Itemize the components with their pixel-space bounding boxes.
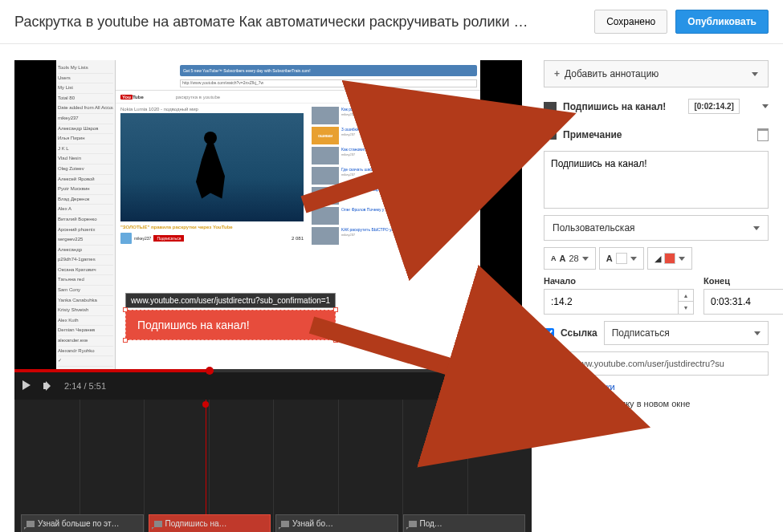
bg-color-select[interactable]: ◢	[647, 247, 692, 270]
chevron-down-icon[interactable]	[762, 104, 769, 108]
start-time-input[interactable]	[544, 289, 679, 315]
trash-icon[interactable]	[757, 128, 769, 141]
volume-icon[interactable]	[43, 380, 55, 392]
progress-bar[interactable]	[14, 369, 532, 372]
paint-bucket-icon: ◢	[655, 254, 661, 264]
note-label: Примечание	[563, 129, 622, 140]
settings-icon[interactable]	[512, 380, 524, 392]
timeline-playhead[interactable]	[206, 400, 206, 532]
annotation-url-tooltip: www.youtube.com/user/justdirectru?sub_co…	[125, 293, 336, 308]
style-select[interactable]: Пользовательская	[544, 215, 769, 241]
chevron-down-icon	[752, 72, 758, 76]
link-label: Ссылка	[561, 327, 597, 339]
annotation-timeline[interactable]: Узнай больше по эт…Подпишись на…Узнай бо…	[14, 400, 532, 532]
font-color-select[interactable]: A	[599, 247, 644, 270]
timeline-clip[interactable]: Узнай больше по эт…	[21, 514, 144, 532]
spinner-up-icon[interactable]: ▲	[679, 290, 693, 302]
end-time-input[interactable]	[703, 289, 783, 315]
play-icon[interactable]	[22, 380, 34, 392]
annotation-title: Подпишись на канал!	[563, 101, 666, 112]
font-size-select[interactable]: AA 28	[544, 247, 596, 270]
speech-bubble-icon	[544, 130, 557, 140]
spinner-down-icon[interactable]: ▼	[679, 302, 693, 314]
time-display: 2:14 / 5:51	[64, 381, 106, 391]
annotation-time-badge[interactable]: [0:02:14.2]	[688, 99, 739, 114]
plus-icon: +	[554, 68, 560, 79]
video-player[interactable]: Tools My ListsUsersMy List Total 80 Date…	[14, 60, 522, 369]
new-window-checkbox[interactable]	[544, 398, 554, 408]
annotation-text-input[interactable]	[544, 151, 769, 209]
annotation-callout[interactable]: Подпишись на канал!	[125, 310, 336, 340]
timeline-clip[interactable]: Под…	[403, 514, 526, 532]
saved-button[interactable]: Сохранено	[594, 10, 667, 34]
end-label: Конец	[703, 276, 783, 286]
link-type-select[interactable]: Подписаться	[604, 321, 769, 345]
new-window-label: Открывать ссылку в новом окне	[559, 399, 690, 408]
link-checkbox[interactable]	[544, 328, 554, 339]
add-annotation-button[interactable]: + Добавить аннотацию	[544, 60, 769, 87]
publish-button[interactable]: Опубликовать	[675, 10, 769, 34]
speech-bubble-icon	[544, 102, 557, 112]
start-label: Начало	[544, 276, 694, 286]
cc-icon[interactable]: CC	[486, 380, 503, 392]
timeline-clip[interactable]: Подпишись на…	[149, 514, 271, 532]
page-title: Раскрутка в youtube на автомате Как авто…	[14, 14, 528, 30]
link-url-input[interactable]	[544, 351, 769, 376]
check-link[interactable]: Проверка ссылки	[544, 382, 769, 392]
timeline-clip[interactable]: Узнай бо…	[275, 514, 398, 532]
player-controls: 2:14 / 5:51 CC	[14, 372, 532, 400]
